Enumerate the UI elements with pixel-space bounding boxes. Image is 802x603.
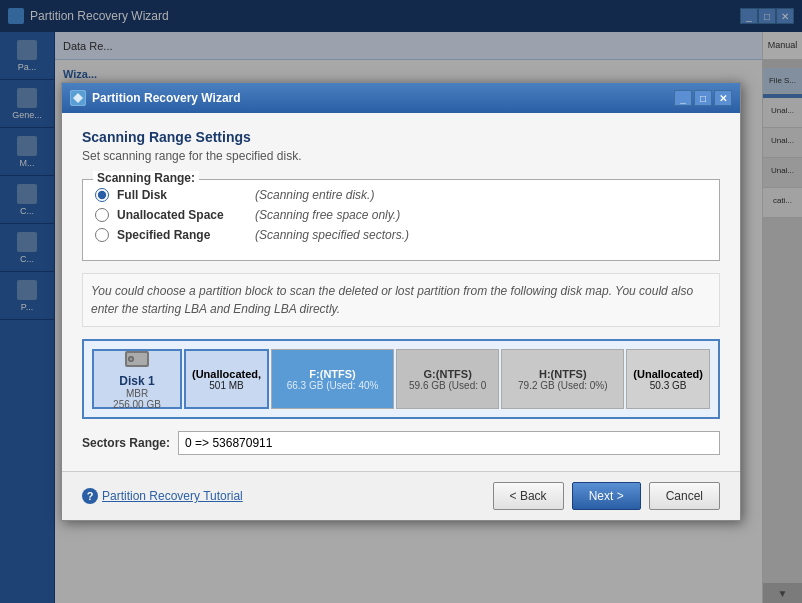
svg-point-4 (130, 358, 133, 361)
dialog-icon (70, 90, 86, 106)
full-disk-desc: (Scanning entire disk.) (255, 188, 374, 202)
dialog-header-title: Scanning Range Settings (82, 129, 720, 145)
partition-g-ntfs[interactable]: G:(NTFS) 59.6 GB (Used: 0 (396, 349, 499, 409)
part-unalloc1-name: (Unallocated, (192, 368, 261, 380)
part-unalloc2-name: (Unallocated) (633, 368, 703, 380)
info-text: You could choose a partition block to sc… (82, 273, 720, 327)
specified-range-desc: (Scanning specified sectors.) (255, 228, 409, 242)
question-icon: ? (82, 488, 98, 504)
full-disk-radio[interactable] (95, 188, 109, 202)
help-link[interactable]: ? Partition Recovery Tutorial (82, 488, 243, 504)
next-button[interactable]: Next > (572, 482, 641, 510)
part-f-detail: 66.3 GB (Used: 40% (287, 380, 379, 391)
dialog-close-button[interactable]: ✕ (714, 90, 732, 106)
part-h-detail: 79.2 GB (Used: 0%) (518, 380, 607, 391)
part-unalloc2-detail: 50.3 GB (650, 380, 687, 391)
specified-range-radio[interactable] (95, 228, 109, 242)
radio-specified-range-row: Specified Range (Scanning specified sect… (95, 228, 707, 242)
disk-info-block[interactable]: Disk 1 MBR 256.00 GB (92, 349, 182, 409)
disk-name: Disk 1 (119, 374, 154, 388)
sectors-label: Sectors Range: (82, 436, 170, 450)
part-h-name: H:(NTFS) (539, 368, 587, 380)
dialog-maximize-button[interactable]: □ (694, 90, 712, 106)
dialog-footer: ? Partition Recovery Tutorial < Back Nex… (62, 471, 740, 520)
scanning-range-group: Scanning Range: Full Disk (Scanning enti… (82, 179, 720, 261)
partition-h-ntfs[interactable]: H:(NTFS) 79.2 GB (Used: 0%) (501, 349, 624, 409)
partition-f-ntfs[interactable]: F:(NTFS) 66.3 GB (Used: 40% (271, 349, 394, 409)
disk-type: MBR (126, 388, 148, 399)
cancel-button[interactable]: Cancel (649, 482, 720, 510)
dialog-minimize-button[interactable]: _ (674, 90, 692, 106)
part-unalloc1-detail: 501 MB (209, 380, 243, 391)
unallocated-radio[interactable] (95, 208, 109, 222)
unallocated-desc: (Scanning free space only.) (255, 208, 400, 222)
partition-unalloc2[interactable]: (Unallocated) 50.3 GB (626, 349, 710, 409)
disk-map-container: Disk 1 MBR 256.00 GB (Unallocated, 501 M… (82, 339, 720, 419)
partition-recovery-dialog: Partition Recovery Wizard _ □ ✕ Scanning… (61, 82, 741, 521)
back-button[interactable]: < Back (493, 482, 564, 510)
disk-map: Disk 1 MBR 256.00 GB (Unallocated, 501 M… (92, 349, 710, 409)
specified-range-label[interactable]: Specified Range (117, 228, 247, 242)
sectors-range-row: Sectors Range: (82, 431, 720, 455)
part-g-name: G:(NTFS) (424, 368, 472, 380)
app-background: Partition Recovery Wizard _ □ ✕ Pa... Ge… (0, 0, 802, 603)
group-legend: Scanning Range: (93, 171, 199, 185)
partition-unalloc1[interactable]: (Unallocated, 501 MB (184, 349, 269, 409)
dialog-overlay: Partition Recovery Wizard _ □ ✕ Scanning… (0, 0, 802, 603)
dialog-body: Scanning Range Settings Set scanning ran… (62, 113, 740, 471)
part-f-name: F:(NTFS) (309, 368, 355, 380)
sectors-input[interactable] (178, 431, 720, 455)
part-g-detail: 59.6 GB (Used: 0 (409, 380, 486, 391)
dialog-titlebar: Partition Recovery Wizard _ □ ✕ (62, 83, 740, 113)
disk-size: 256.00 GB (113, 399, 161, 410)
radio-full-disk-row: Full Disk (Scanning entire disk.) (95, 188, 707, 202)
help-link-text[interactable]: Partition Recovery Tutorial (102, 489, 243, 503)
unallocated-label[interactable]: Unallocated Space (117, 208, 247, 222)
radio-unallocated-row: Unallocated Space (Scanning free space o… (95, 208, 707, 222)
dialog-header-sub: Set scanning range for the specified dis… (82, 149, 720, 163)
dialog-controls: _ □ ✕ (674, 90, 732, 106)
dialog-title: Partition Recovery Wizard (92, 91, 674, 105)
full-disk-label[interactable]: Full Disk (117, 188, 247, 202)
